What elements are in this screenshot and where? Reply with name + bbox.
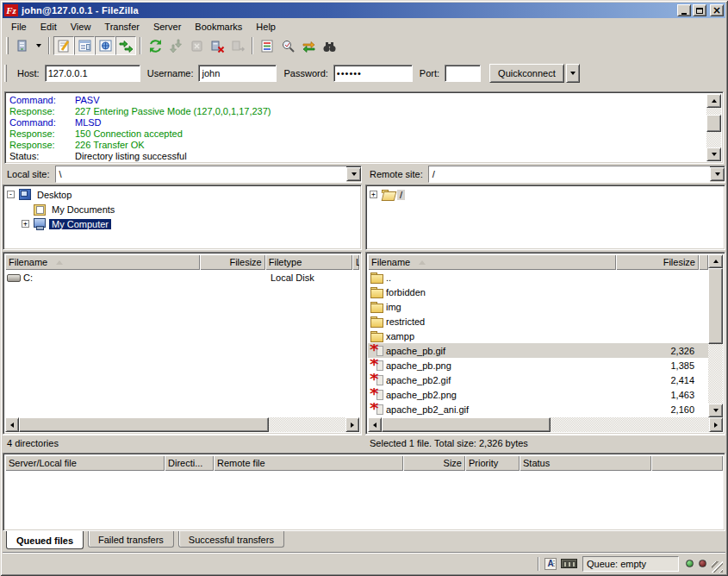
local-directory-tree[interactable]: - Desktop My Documents + My Computer: [3, 185, 362, 250]
toggle-local-tree-button[interactable]: [74, 36, 95, 55]
queue-tab[interactable]: Failed transfers: [88, 531, 174, 548]
list-column-header[interactable]: [699, 254, 708, 270]
list-column-header[interactable]: Filesize: [616, 254, 699, 270]
queue-column-header[interactable]: Directi...: [165, 455, 214, 471]
minimize-button[interactable]: [677, 4, 691, 16]
find-files-button[interactable]: [319, 36, 339, 55]
local-list-status: 4 directories: [3, 435, 362, 451]
host-input[interactable]: [45, 65, 140, 82]
scroll-down-button[interactable]: [708, 404, 723, 417]
menu-item[interactable]: Bookmarks: [188, 20, 249, 34]
scroll-up-button[interactable]: [706, 94, 721, 108]
queue-column-header[interactable]: Status: [520, 455, 651, 471]
cancel-operation-button[interactable]: [186, 36, 207, 55]
local-site-dropdown-button[interactable]: [346, 167, 361, 181]
scroll-right-button[interactable]: [345, 417, 359, 432]
queue-body[interactable]: [5, 471, 723, 529]
scroll-thumb[interactable]: [706, 115, 721, 132]
remote-file-row[interactable]: apache_pb.png 1,385: [368, 358, 708, 373]
data-type-indicator-icon[interactable]: A: [544, 558, 557, 570]
menu-item[interactable]: Edit: [34, 20, 64, 34]
tree-expander-icon[interactable]: +: [370, 191, 377, 198]
tree-expander-icon[interactable]: -: [7, 191, 15, 198]
remote-file-row[interactable]: forbidden: [368, 285, 708, 299]
scroll-up-button[interactable]: [708, 254, 723, 268]
queue-tab[interactable]: Successful transfers: [178, 531, 284, 548]
remote-file-row[interactable]: ..: [368, 270, 708, 285]
queue-column-header[interactable]: [651, 455, 723, 471]
scroll-thumb[interactable]: [382, 417, 551, 432]
local-file-row[interactable]: C: Local Disk: [5, 270, 359, 285]
remote-site-combo[interactable]: /: [428, 166, 725, 183]
menu-item[interactable]: View: [64, 20, 98, 34]
site-manager-button[interactable]: [12, 36, 33, 55]
directory-listing-filters-button[interactable]: [257, 36, 277, 55]
reconnect-button[interactable]: [227, 36, 248, 55]
remote-file-row[interactable]: img: [368, 299, 708, 314]
port-input[interactable]: [445, 65, 481, 82]
toggle-transfer-queue-button[interactable]: [115, 36, 136, 55]
speed-limit-indicator-icon[interactable]: [561, 559, 577, 568]
remote-vertical-scrollbar[interactable]: [708, 254, 723, 417]
disconnect-button[interactable]: [207, 36, 227, 55]
queue-column-header[interactable]: Size: [403, 455, 465, 471]
tree-item[interactable]: My Documents: [3, 202, 361, 216]
remote-file-row[interactable]: restricted: [368, 314, 708, 329]
title-bar[interactable]: Fz john@127.0.0.1 - FileZilla ×: [3, 3, 725, 18]
scroll-left-button[interactable]: [368, 417, 382, 432]
list-column-header[interactable]: Filename: [368, 254, 616, 270]
local-horizontal-scrollbar[interactable]: [5, 417, 359, 432]
synchronized-browsing-button[interactable]: [298, 36, 319, 55]
menu-item[interactable]: Transfer: [97, 20, 146, 34]
list-column-header[interactable]: Filetype: [265, 254, 352, 270]
scroll-thumb[interactable]: [708, 268, 723, 344]
process-queue-button[interactable]: [165, 36, 186, 55]
username-input[interactable]: [198, 65, 277, 82]
reconnect-icon: [231, 39, 246, 53]
remote-file-row[interactable]: apache_pb2_ani.gif 2,160: [368, 402, 708, 416]
tree-item[interactable]: - Desktop: [3, 187, 361, 202]
site-manager-dropdown-button[interactable]: [33, 36, 45, 55]
menu-item[interactable]: Help: [249, 20, 283, 34]
toolbar-grip[interactable]: [6, 37, 9, 54]
menu-item[interactable]: File: [4, 20, 34, 34]
scroll-right-button[interactable]: [709, 417, 723, 432]
tree-expander-icon[interactable]: +: [22, 220, 29, 228]
queue-column-header[interactable]: Remote file: [214, 455, 403, 471]
menu-item[interactable]: Server: [146, 20, 188, 34]
password-input[interactable]: [333, 65, 413, 82]
refresh-button[interactable]: [145, 36, 165, 55]
remote-file-row[interactable]: xampp: [368, 329, 708, 343]
list-column-header[interactable]: Filesize: [200, 254, 264, 270]
quickconnect-grip[interactable]: [4, 65, 7, 82]
local-file-list-body[interactable]: C: Local Disk: [5, 270, 359, 417]
log-scrollbar[interactable]: [706, 94, 721, 161]
queue-column-header[interactable]: Priority: [465, 455, 520, 471]
queue-column-label: Status: [523, 458, 550, 468]
toggle-remote-tree-button[interactable]: [95, 36, 115, 55]
scroll-thumb[interactable]: [19, 417, 269, 432]
quickconnect-dropdown-button[interactable]: [566, 64, 580, 83]
maximize-button[interactable]: [693, 4, 706, 16]
scroll-down-button[interactable]: [706, 147, 721, 161]
resize-grip[interactable]: [712, 561, 723, 573]
remote-file-list-body[interactable]: .. forbidden img restricted xampp apache…: [368, 270, 708, 417]
tree-item[interactable]: + My Computer: [3, 216, 361, 231]
remote-file-row[interactable]: apache_pb2.png 1,463: [368, 387, 708, 402]
tree-item[interactable]: + /: [366, 187, 725, 202]
queue-tab[interactable]: Queued files: [6, 531, 84, 549]
scroll-left-button[interactable]: [5, 417, 19, 432]
remote-file-row[interactable]: apache_pb2.gif 2,414: [368, 373, 708, 387]
directory-comparison-button[interactable]: [277, 36, 298, 55]
remote-horizontal-scrollbar[interactable]: [368, 417, 723, 432]
list-column-header[interactable]: L: [352, 254, 359, 270]
queue-column-header[interactable]: Server/Local file: [5, 455, 165, 471]
quickconnect-button[interactable]: Quickconnect: [489, 64, 564, 83]
remote-site-dropdown-button[interactable]: [710, 167, 725, 181]
close-button[interactable]: ×: [710, 4, 724, 16]
remote-file-row[interactable]: apache_pb.gif 2,326: [368, 343, 708, 358]
remote-directory-tree[interactable]: + /: [365, 185, 725, 250]
toggle-message-log-button[interactable]: [53, 36, 74, 55]
local-site-combo[interactable]: \: [55, 166, 362, 183]
list-column-header[interactable]: Filename: [5, 254, 200, 270]
